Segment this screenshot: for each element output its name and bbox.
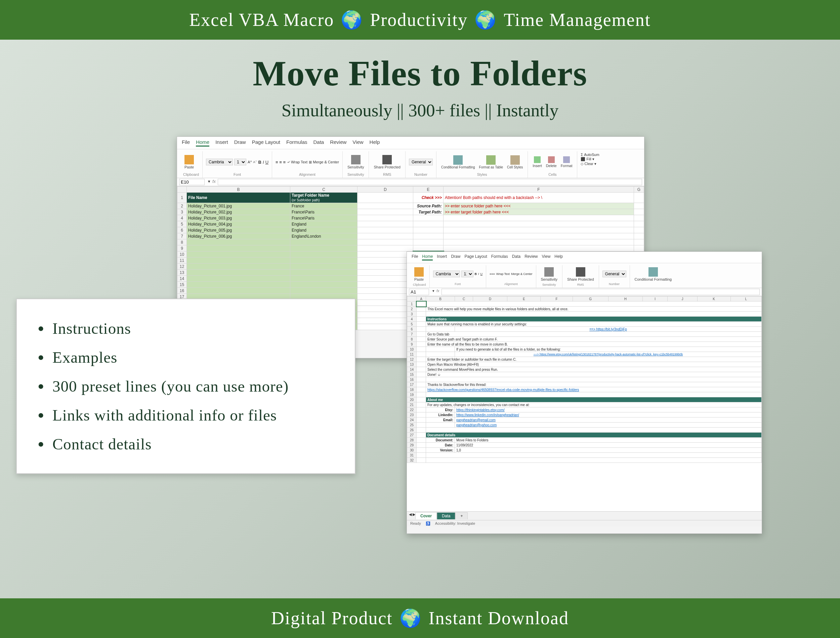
menu-formulas[interactable]: Formulas xyxy=(286,139,308,147)
sensitivity-button[interactable]: Sensitivity xyxy=(346,154,366,170)
conditional-formatting-button[interactable]: Conditional Formatting xyxy=(440,155,477,170)
status-bar: Ready ♿ Accessibility: Investigate xyxy=(407,520,762,527)
share-icon xyxy=(576,267,585,277)
cell-c3[interactable]: France\Paris xyxy=(290,209,357,215)
footer-text-2: Instant Download xyxy=(429,608,569,629)
fill-button[interactable]: ⬛ Fill ▾ xyxy=(581,157,594,161)
font-select[interactable]: Cambria xyxy=(433,271,460,277)
globe-icon: 🌍 xyxy=(399,608,422,629)
etsy-link[interactable]: https://thinkingintables.etsy.com/ xyxy=(455,407,762,412)
menu-data[interactable]: Data xyxy=(512,254,521,261)
header-file-name: File Name xyxy=(187,193,290,203)
status-ready: Ready xyxy=(410,521,421,526)
menu-view[interactable]: View xyxy=(352,139,363,147)
menu-draw[interactable]: Draw xyxy=(451,254,460,261)
format-cells-button[interactable]: Format xyxy=(559,156,574,168)
menu-review[interactable]: Review xyxy=(330,139,346,147)
font-increase-icon[interactable]: A^ xyxy=(248,160,252,164)
email-link-2[interactable]: pangheadrian@yahoo.com xyxy=(455,423,762,427)
insert-cells-button[interactable]: Insert xyxy=(531,156,543,168)
etsy-listing-link[interactable]: ==> https://www.etsy.com/uk/listing/1301… xyxy=(455,352,762,357)
tab-add[interactable]: + xyxy=(455,512,468,519)
paste-label: Paste xyxy=(185,165,194,169)
hero-area: Move Files to Folders Simultaneously || … xyxy=(0,40,840,130)
formula-bar[interactable] xyxy=(218,179,642,185)
menu-view[interactable]: View xyxy=(542,254,551,261)
menu-insert[interactable]: Insert xyxy=(437,254,447,261)
menu-home[interactable]: Home xyxy=(196,139,209,147)
menu-review[interactable]: Review xyxy=(524,254,538,261)
delete-label: Delete xyxy=(546,164,557,168)
number-format-select[interactable]: General xyxy=(409,159,433,165)
fx-icon[interactable]: fx xyxy=(436,289,439,295)
paste-icon xyxy=(185,155,194,165)
menu-formulas[interactable]: Formulas xyxy=(491,254,508,261)
menu-data[interactable]: Data xyxy=(313,139,324,147)
menu-help[interactable]: Help xyxy=(554,254,563,261)
format-table-button[interactable]: Format as Table xyxy=(478,155,505,170)
menu-pagelayout[interactable]: Page Layout xyxy=(464,254,487,261)
formula-bar[interactable] xyxy=(442,289,760,295)
feature-examples: Examples xyxy=(36,343,336,372)
size-select[interactable]: 11 xyxy=(234,159,246,165)
cell-c2[interactable]: France xyxy=(290,203,357,209)
delete-cells-button[interactable]: Delete xyxy=(545,156,558,168)
paste-button[interactable]: Paste xyxy=(413,267,425,282)
tab-data[interactable]: Data xyxy=(437,512,455,519)
excel-window-cover: File Home Insert Draw Page Layout Formul… xyxy=(407,252,762,534)
menu-file[interactable]: File xyxy=(182,139,190,147)
cell-styles-button[interactable]: Cell Styles xyxy=(506,155,524,170)
font-select[interactable]: Cambria xyxy=(206,159,233,165)
cell-b4[interactable]: Holiday_Picture_003.jpg xyxy=(187,215,290,221)
tab-nav-icon[interactable]: ◀ ▶ xyxy=(409,512,415,519)
cell-b7[interactable]: Holiday_Picture_006.jpg xyxy=(187,233,290,239)
menu-file[interactable]: File xyxy=(412,254,418,261)
cell-b5[interactable]: Holiday_Picture_004.jpg xyxy=(187,221,290,227)
cells-label: Cells xyxy=(531,171,573,177)
banner-text-1: Excel VBA Macro xyxy=(189,9,334,30)
fmttable-label: Format as Table xyxy=(479,165,503,169)
cell-c4[interactable]: France\Paris xyxy=(290,215,357,221)
paste-button[interactable]: Paste xyxy=(183,154,195,170)
cell-b3[interactable]: Holiday_Picture_002.jpg xyxy=(187,209,290,215)
linkedin-link[interactable]: https://www.linkedin.com/in/pangheadrian… xyxy=(455,412,762,418)
menu-pagelayout[interactable]: Page Layout xyxy=(252,139,280,147)
underline-button[interactable]: U xyxy=(265,160,268,165)
name-box[interactable] xyxy=(409,289,429,295)
share-button[interactable]: Share Protected xyxy=(372,154,402,170)
bold-button[interactable]: B xyxy=(258,160,261,165)
email-link-1[interactable]: pangheadrian@gmail.com xyxy=(455,418,762,423)
autosum-button[interactable]: Σ AutoSum xyxy=(581,153,599,157)
cell-c5[interactable]: England xyxy=(290,221,357,227)
menu-help[interactable]: Help xyxy=(369,139,380,147)
fx-icon[interactable]: fx xyxy=(212,179,216,185)
banner-text-3: Time Management xyxy=(504,9,651,30)
cell-b2[interactable]: Holiday_Picture_001.jpg xyxy=(187,203,290,209)
stackoverflow-link[interactable]: https://stackoverflow.com/questions/4650… xyxy=(426,387,762,392)
insert-label: Insert xyxy=(532,164,542,168)
italic-button[interactable]: I xyxy=(263,160,264,165)
menu-home[interactable]: Home xyxy=(422,254,433,261)
cell-c6[interactable]: England xyxy=(290,227,357,233)
menu-draw[interactable]: Draw xyxy=(234,139,246,147)
cell-b6[interactable]: Holiday_Picture_005.jpg xyxy=(187,227,290,233)
target-path-cell[interactable]: >> enter target folder path here <<< xyxy=(444,209,634,215)
target-path-label: Target Path: xyxy=(413,209,444,215)
about-header: About me xyxy=(426,397,762,402)
dropdown-icon[interactable]: ▾ xyxy=(208,179,210,185)
spreadsheet-grid-cover[interactable]: ABCDEFGHIJKL 1 2This Excel macro will he… xyxy=(407,296,762,511)
name-box[interactable] xyxy=(179,179,205,185)
clear-button[interactable]: ◇ Clear ▾ xyxy=(581,162,596,166)
merge-center-button[interactable]: ⊞ Merge & Center xyxy=(309,160,339,165)
source-path-cell[interactable]: >> enter source folder path here <<< xyxy=(444,203,634,209)
font-decrease-icon[interactable]: A˅ xyxy=(253,160,257,164)
wrap-text-button[interactable]: ⤶ Wrap Text xyxy=(287,160,308,165)
align-buttons[interactable]: ≡ ≡ ≡ xyxy=(276,160,286,165)
cond-label: Conditional Formatting xyxy=(441,165,475,169)
conditional-formatting-icon xyxy=(453,155,463,165)
macro-settings-link[interactable]: ==> https://bit.ly/3ndDjFp xyxy=(455,327,762,332)
size-select[interactable]: 11 xyxy=(461,271,474,277)
cell-c7[interactable]: England\London xyxy=(290,233,357,239)
menu-insert[interactable]: Insert xyxy=(215,139,228,147)
tab-cover[interactable]: Cover xyxy=(415,512,437,519)
